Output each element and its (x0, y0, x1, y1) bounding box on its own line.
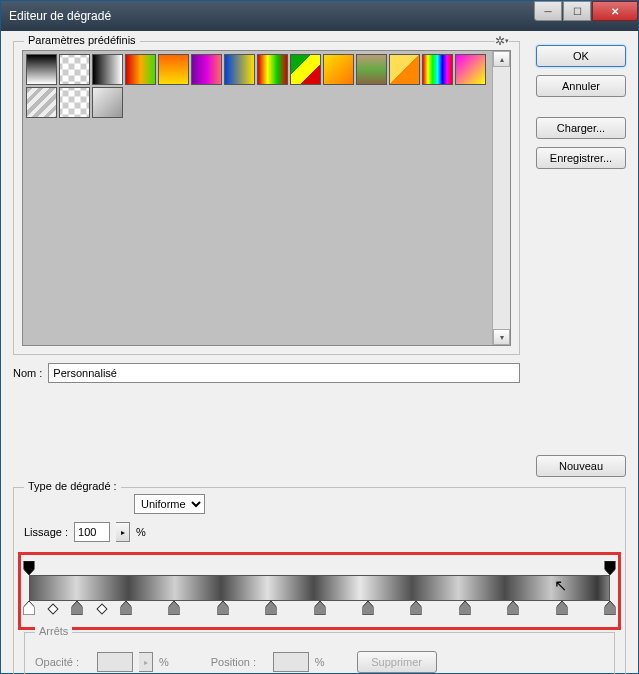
presets-list: ▴ ▾ (22, 50, 511, 346)
svg-marker-1 (605, 561, 616, 575)
opacity-input (97, 652, 133, 672)
svg-marker-6 (217, 601, 228, 615)
preset-swatch[interactable] (389, 54, 420, 85)
stops-fieldset: Arrêts Opacité : ▸ % Position : % Suppri… (24, 632, 615, 674)
name-label: Nom : (13, 367, 42, 379)
titlebar[interactable]: Editeur de dégradé ─ ☐ ✕ (1, 1, 638, 31)
position1-input (273, 652, 309, 672)
color-stop[interactable] (556, 601, 567, 615)
maximize-button[interactable]: ☐ (563, 1, 591, 21)
preset-swatch[interactable] (92, 87, 123, 118)
gradtype-select[interactable]: Uniforme (134, 494, 205, 514)
preset-swatch[interactable] (356, 54, 387, 85)
svg-marker-0 (24, 561, 35, 575)
svg-marker-7 (266, 601, 277, 615)
preset-swatch[interactable] (125, 54, 156, 85)
svg-marker-14 (605, 601, 616, 615)
preset-swatch[interactable] (158, 54, 189, 85)
preset-swatch[interactable] (290, 54, 321, 85)
preset-swatch[interactable] (323, 54, 354, 85)
svg-marker-12 (508, 601, 519, 615)
smoothing-unit: % (136, 526, 146, 538)
delete-opacity-button: Supprimer (357, 651, 437, 673)
midpoint-diamond[interactable] (48, 603, 59, 614)
preset-swatch[interactable] (92, 54, 123, 85)
preset-swatch[interactable] (59, 87, 90, 118)
preset-swatch[interactable] (422, 54, 453, 85)
window-title: Editeur de dégradé (9, 9, 533, 23)
gradient-type-fieldset: Type de dégradé : Uniforme Lissage : ▸ % (13, 487, 626, 674)
stops-legend: Arrêts (35, 625, 72, 637)
svg-marker-3 (72, 601, 83, 615)
color-stop[interactable] (72, 601, 83, 615)
gradient-editor-window: Editeur de dégradé ─ ☐ ✕ Paramètres préd… (0, 0, 639, 674)
color-stop[interactable] (169, 601, 180, 615)
color-stop[interactable] (362, 601, 373, 615)
close-button[interactable]: ✕ (592, 1, 638, 21)
smoothing-label: Lissage : (24, 526, 68, 538)
svg-marker-10 (411, 601, 422, 615)
opacity-flyout-icon: ▸ (139, 652, 153, 672)
position1-label: Position : (211, 656, 267, 668)
name-input[interactable] (48, 363, 520, 383)
gradient-bar-area[interactable] (25, 561, 614, 621)
color-stop[interactable] (266, 601, 277, 615)
new-button[interactable]: Nouveau (536, 455, 626, 477)
presets-legend: Paramètres prédéfinis (24, 34, 140, 46)
gear-icon[interactable]: ✲▾ (495, 34, 509, 48)
gradtype-label: Type de dégradé : (24, 480, 121, 492)
gradient-bar[interactable] (29, 575, 610, 601)
midpoint-diamond[interactable] (96, 603, 107, 614)
scrollbar[interactable]: ▴ ▾ (492, 51, 510, 345)
svg-marker-5 (169, 601, 180, 615)
preset-swatch[interactable] (224, 54, 255, 85)
minimize-button[interactable]: ─ (534, 1, 562, 21)
svg-marker-11 (459, 601, 470, 615)
color-stop[interactable] (605, 601, 616, 615)
opacity-stop[interactable] (605, 561, 616, 575)
scroll-down-icon[interactable]: ▾ (493, 329, 510, 345)
opacity-label: Opacité : (35, 656, 91, 668)
preset-swatch[interactable] (26, 87, 57, 118)
load-button[interactable]: Charger... (536, 117, 626, 139)
color-stop[interactable] (508, 601, 519, 615)
color-stop[interactable] (24, 601, 35, 615)
preset-swatch[interactable] (257, 54, 288, 85)
smoothing-input[interactable] (74, 522, 110, 542)
cancel-button[interactable]: Annuler (536, 75, 626, 97)
preset-swatch[interactable] (26, 54, 57, 85)
position1-unit: % (315, 656, 325, 668)
ok-button[interactable]: OK (536, 45, 626, 67)
color-stop[interactable] (120, 601, 131, 615)
svg-marker-8 (314, 601, 325, 615)
presets-fieldset: Paramètres prédéfinis ✲▾ ▴ ▾ (13, 41, 520, 355)
smoothing-flyout-icon[interactable]: ▸ (116, 522, 130, 542)
svg-marker-13 (556, 601, 567, 615)
color-stop[interactable] (411, 601, 422, 615)
preset-swatch[interactable] (191, 54, 222, 85)
svg-marker-4 (120, 601, 131, 615)
opacity-stop[interactable] (24, 561, 35, 575)
svg-marker-9 (362, 601, 373, 615)
svg-marker-2 (24, 601, 35, 615)
preset-swatch[interactable] (455, 54, 486, 85)
preset-swatch[interactable] (59, 54, 90, 85)
color-stop[interactable] (217, 601, 228, 615)
opacity-unit: % (159, 656, 169, 668)
gradient-highlight (18, 552, 621, 630)
color-stop[interactable] (459, 601, 470, 615)
save-button[interactable]: Enregistrer... (536, 147, 626, 169)
color-stop[interactable] (314, 601, 325, 615)
scroll-up-icon[interactable]: ▴ (493, 51, 510, 67)
